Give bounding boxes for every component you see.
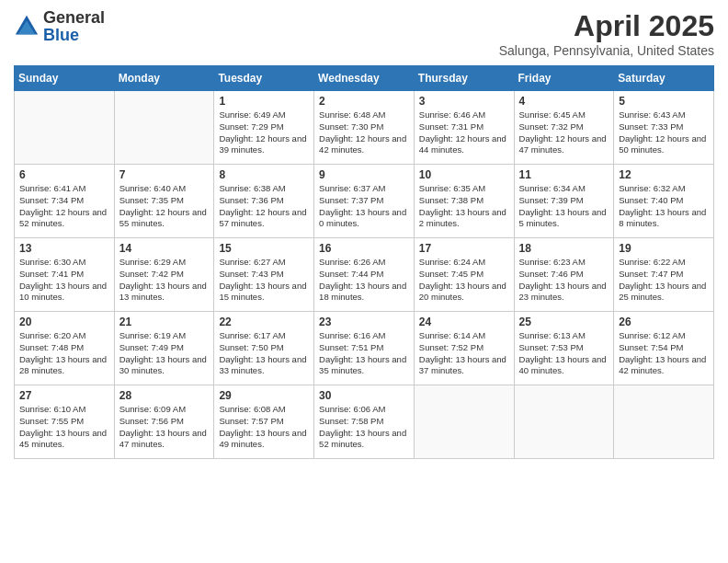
day-info: Sunrise: 6:49 AMSunset: 7:29 PMDaylight:… [219, 109, 309, 156]
calendar-day-cell [414, 385, 514, 459]
day-number: 4 [519, 95, 609, 108]
logo-general: General [43, 8, 105, 27]
day-info: Sunrise: 6:13 AMSunset: 7:53 PMDaylight:… [519, 330, 609, 377]
day-number: 18 [519, 242, 609, 255]
day-number: 1 [219, 95, 309, 108]
calendar-day-cell: 18Sunrise: 6:23 AMSunset: 7:46 PMDayligh… [514, 238, 614, 312]
calendar-day-cell: 15Sunrise: 6:27 AMSunset: 7:43 PMDayligh… [214, 238, 314, 312]
day-info: Sunrise: 6:06 AMSunset: 7:58 PMDaylight:… [319, 404, 409, 451]
weekday-header-cell: Wednesday [314, 66, 415, 91]
calendar-day-cell: 4Sunrise: 6:45 AMSunset: 7:32 PMDaylight… [514, 91, 614, 165]
day-info: Sunrise: 6:34 AMSunset: 7:39 PMDaylight:… [519, 183, 609, 230]
calendar-day-cell: 12Sunrise: 6:32 AMSunset: 7:40 PMDayligh… [614, 165, 714, 238]
calendar-day-cell: 13Sunrise: 6:30 AMSunset: 7:41 PMDayligh… [15, 238, 115, 312]
location-subtitle: Salunga, Pennsylvania, United States [499, 43, 714, 58]
calendar-day-cell: 5Sunrise: 6:43 AMSunset: 7:33 PMDaylight… [614, 91, 714, 165]
weekday-header-row: SundayMondayTuesdayWednesdayThursdayFrid… [15, 66, 714, 91]
calendar-day-cell [15, 91, 115, 165]
day-info: Sunrise: 6:32 AMSunset: 7:40 PMDaylight:… [619, 183, 709, 230]
day-number: 2 [319, 95, 409, 108]
calendar-day-cell [514, 385, 614, 459]
day-info: Sunrise: 6:08 AMSunset: 7:57 PMDaylight:… [219, 404, 309, 451]
weekday-header-cell: Sunday [15, 66, 115, 91]
day-number: 28 [119, 389, 210, 402]
calendar-day-cell: 21Sunrise: 6:19 AMSunset: 7:49 PMDayligh… [114, 312, 214, 385]
calendar-body: 1Sunrise: 6:49 AMSunset: 7:29 PMDaylight… [15, 91, 714, 459]
calendar-day-cell: 24Sunrise: 6:14 AMSunset: 7:52 PMDayligh… [414, 312, 514, 385]
calendar-day-cell: 30Sunrise: 6:06 AMSunset: 7:58 PMDayligh… [314, 385, 415, 459]
day-number: 6 [19, 168, 109, 181]
calendar-day-cell: 25Sunrise: 6:13 AMSunset: 7:53 PMDayligh… [514, 312, 614, 385]
day-number: 25 [519, 316, 609, 328]
day-info: Sunrise: 6:41 AMSunset: 7:34 PMDaylight:… [19, 183, 109, 230]
day-info: Sunrise: 6:27 AMSunset: 7:43 PMDaylight:… [219, 257, 309, 304]
day-number: 23 [319, 316, 409, 328]
day-number: 22 [219, 316, 309, 328]
day-number: 7 [119, 168, 210, 181]
day-info: Sunrise: 6:43 AMSunset: 7:33 PMDaylight:… [619, 109, 709, 156]
calendar-day-cell: 6Sunrise: 6:41 AMSunset: 7:34 PMDaylight… [15, 165, 115, 238]
day-number: 27 [19, 389, 109, 402]
day-info: Sunrise: 6:09 AMSunset: 7:56 PMDaylight:… [119, 404, 210, 451]
day-info: Sunrise: 6:22 AMSunset: 7:47 PMDaylight:… [619, 257, 709, 304]
calendar-day-cell: 26Sunrise: 6:12 AMSunset: 7:54 PMDayligh… [614, 312, 714, 385]
day-info: Sunrise: 6:23 AMSunset: 7:46 PMDaylight:… [519, 257, 609, 304]
day-number: 16 [319, 242, 409, 255]
calendar-day-cell: 9Sunrise: 6:37 AMSunset: 7:37 PMDaylight… [314, 165, 415, 238]
calendar-day-cell: 22Sunrise: 6:17 AMSunset: 7:50 PMDayligh… [214, 312, 314, 385]
day-number: 24 [419, 316, 509, 328]
calendar-table: SundayMondayTuesdayWednesdayThursdayFrid… [14, 65, 714, 459]
day-number: 17 [419, 242, 509, 255]
day-number: 5 [619, 95, 709, 108]
calendar-day-cell: 14Sunrise: 6:29 AMSunset: 7:42 PMDayligh… [114, 238, 214, 312]
calendar-week-row: 1Sunrise: 6:49 AMSunset: 7:29 PMDaylight… [15, 91, 714, 165]
calendar-day-cell: 27Sunrise: 6:10 AMSunset: 7:55 PMDayligh… [15, 385, 115, 459]
calendar-week-row: 13Sunrise: 6:30 AMSunset: 7:41 PMDayligh… [15, 238, 714, 312]
day-number: 12 [619, 168, 709, 181]
calendar-week-row: 20Sunrise: 6:20 AMSunset: 7:48 PMDayligh… [15, 312, 714, 385]
day-info: Sunrise: 6:38 AMSunset: 7:36 PMDaylight:… [219, 183, 309, 230]
day-number: 30 [319, 389, 409, 402]
day-info: Sunrise: 6:37 AMSunset: 7:37 PMDaylight:… [319, 183, 409, 230]
day-info: Sunrise: 6:24 AMSunset: 7:45 PMDaylight:… [419, 257, 509, 304]
calendar-day-cell [614, 385, 714, 459]
day-info: Sunrise: 6:30 AMSunset: 7:41 PMDaylight:… [19, 257, 109, 304]
calendar-day-cell: 19Sunrise: 6:22 AMSunset: 7:47 PMDayligh… [614, 238, 714, 312]
day-number: 13 [19, 242, 109, 255]
day-number: 20 [19, 316, 109, 328]
day-number: 26 [619, 316, 709, 328]
day-info: Sunrise: 6:45 AMSunset: 7:32 PMDaylight:… [519, 109, 609, 156]
day-number: 3 [419, 95, 509, 108]
weekday-header-cell: Friday [514, 66, 614, 91]
page-header: General Blue April 2025 Salunga, Pennsyl… [14, 9, 714, 58]
day-info: Sunrise: 6:48 AMSunset: 7:30 PMDaylight:… [319, 109, 409, 156]
day-number: 9 [319, 168, 409, 181]
day-number: 10 [419, 168, 509, 181]
calendar-day-cell: 23Sunrise: 6:16 AMSunset: 7:51 PMDayligh… [314, 312, 415, 385]
calendar-day-cell: 2Sunrise: 6:48 AMSunset: 7:30 PMDaylight… [314, 91, 415, 165]
day-info: Sunrise: 6:19 AMSunset: 7:49 PMDaylight:… [119, 330, 210, 377]
day-info: Sunrise: 6:12 AMSunset: 7:54 PMDaylight:… [619, 330, 709, 377]
day-info: Sunrise: 6:40 AMSunset: 7:35 PMDaylight:… [119, 183, 210, 230]
calendar-day-cell: 8Sunrise: 6:38 AMSunset: 7:36 PMDaylight… [214, 165, 314, 238]
day-number: 15 [219, 242, 309, 255]
calendar-week-row: 27Sunrise: 6:10 AMSunset: 7:55 PMDayligh… [15, 385, 714, 459]
calendar-day-cell [114, 91, 214, 165]
day-number: 11 [519, 168, 609, 181]
day-info: Sunrise: 6:29 AMSunset: 7:42 PMDaylight:… [119, 257, 210, 304]
calendar-day-cell: 29Sunrise: 6:08 AMSunset: 7:57 PMDayligh… [214, 385, 314, 459]
logo-icon [14, 14, 40, 40]
day-number: 14 [119, 242, 210, 255]
weekday-header-cell: Saturday [614, 66, 714, 91]
weekday-header-cell: Thursday [414, 66, 514, 91]
logo: General Blue [14, 9, 105, 44]
day-info: Sunrise: 6:14 AMSunset: 7:52 PMDaylight:… [419, 330, 509, 377]
logo-blue: Blue [43, 26, 79, 44]
day-info: Sunrise: 6:16 AMSunset: 7:51 PMDaylight:… [319, 330, 409, 377]
day-info: Sunrise: 6:35 AMSunset: 7:38 PMDaylight:… [419, 183, 509, 230]
calendar-day-cell: 17Sunrise: 6:24 AMSunset: 7:45 PMDayligh… [414, 238, 514, 312]
day-number: 29 [219, 389, 309, 402]
calendar-day-cell: 1Sunrise: 6:49 AMSunset: 7:29 PMDaylight… [214, 91, 314, 165]
calendar-day-cell: 3Sunrise: 6:46 AMSunset: 7:31 PMDaylight… [414, 91, 514, 165]
calendar-day-cell: 11Sunrise: 6:34 AMSunset: 7:39 PMDayligh… [514, 165, 614, 238]
